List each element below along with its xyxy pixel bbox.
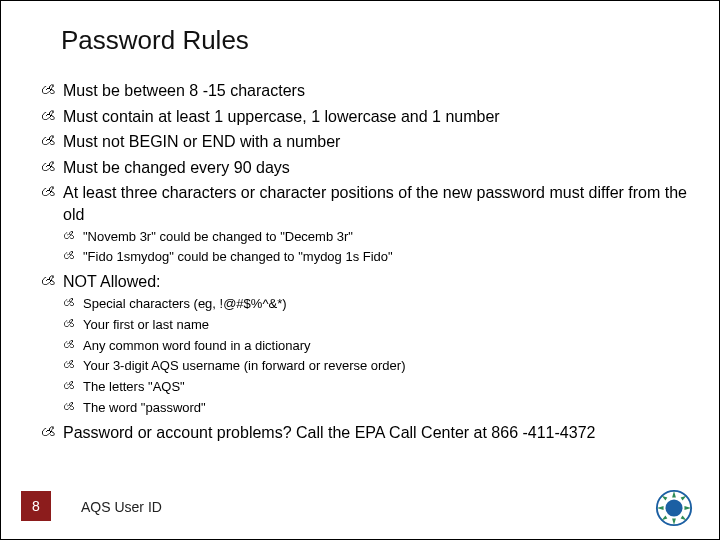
not-allowed-label: NOT Allowed: — [63, 273, 161, 290]
not-allowed-text: Your 3-digit AQS username (in forward or… — [83, 358, 406, 373]
footer-label: AQS User ID — [81, 499, 162, 515]
list-item: Must be between 8 -15 characters — [41, 80, 689, 102]
list-item: Must be changed every 90 days — [41, 157, 689, 179]
rule-text: Must not BEGIN or END with a number — [63, 133, 340, 150]
not-allowed-text: Your first or last name — [83, 317, 209, 332]
list-item: The word "password" — [63, 399, 689, 418]
not-allowed-list: Special characters (eg, !@#$%^&*) Your f… — [63, 295, 689, 418]
list-item: Any common word found in a dictionary — [63, 337, 689, 356]
list-item: Special characters (eg, !@#$%^&*) — [63, 295, 689, 314]
rule-text: At least three characters or character p… — [63, 184, 687, 223]
rules-list: Must be between 8 -15 characters Must co… — [41, 80, 689, 444]
not-allowed-text: Special characters (eg, !@#$%^&*) — [83, 296, 287, 311]
list-item: "Novemb 3r" could be changed to "Decemb … — [63, 228, 689, 247]
list-item: NOT Allowed: Special characters (eg, !@#… — [41, 271, 689, 418]
list-item: "Fido 1smydog" could be changed to "mydo… — [63, 248, 689, 267]
list-item: Must not BEGIN or END with a number — [41, 131, 689, 153]
rule-text: Must be changed every 90 days — [63, 159, 290, 176]
examples-list: "Novemb 3r" could be changed to "Decemb … — [63, 228, 689, 268]
list-item: Password or account problems? Call the E… — [41, 422, 689, 444]
help-text: Password or account problems? Call the E… — [63, 424, 595, 441]
list-item: At least three characters or character p… — [41, 182, 689, 267]
epa-logo-icon — [655, 489, 693, 527]
page-number-badge: 8 — [21, 491, 51, 521]
example-text: "Novemb 3r" could be changed to "Decemb … — [83, 229, 353, 244]
list-item: Your 3-digit AQS username (in forward or… — [63, 357, 689, 376]
rule-text: Must contain at least 1 uppercase, 1 low… — [63, 108, 500, 125]
svg-point-1 — [665, 499, 682, 516]
footer: 8 AQS User ID — [1, 487, 719, 527]
not-allowed-text: The word "password" — [83, 400, 206, 415]
not-allowed-text: The letters "AQS" — [83, 379, 185, 394]
page-title: Password Rules — [61, 25, 689, 56]
list-item: Your first or last name — [63, 316, 689, 335]
not-allowed-text: Any common word found in a dictionary — [83, 338, 311, 353]
list-item: Must contain at least 1 uppercase, 1 low… — [41, 106, 689, 128]
slide: Password Rules Must be between 8 -15 cha… — [0, 0, 720, 540]
rule-text: Must be between 8 -15 characters — [63, 82, 305, 99]
list-item: The letters "AQS" — [63, 378, 689, 397]
example-text: "Fido 1smydog" could be changed to "mydo… — [83, 249, 393, 264]
